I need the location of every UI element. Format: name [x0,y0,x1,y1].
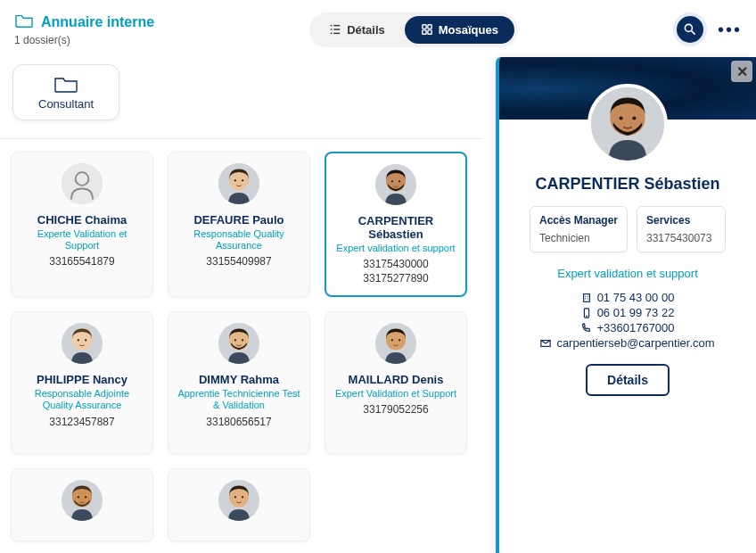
panel-role: Expert validation et support [512,267,744,280]
card-phone: 33175277890 [363,272,428,285]
card-role: Responsable Quality Assurance [176,228,302,252]
search-button[interactable] [673,12,707,46]
svg-line-11 [692,31,695,35]
svg-point-37 [85,496,86,498]
avatar [62,163,103,204]
card-phone: 33123457887 [49,416,114,428]
svg-rect-6 [423,25,426,29]
view-mosaic-label: Mosaïques [439,23,498,37]
card-name: DEFAURE Paulo [193,213,284,227]
card-role: Responsable Adjointe Quality Assurance [19,388,145,411]
svg-point-40 [234,496,236,498]
contact-phone-intl-value: +33601767000 [596,321,674,334]
card-phone: 33165541879 [49,255,114,268]
contact-phone-mobile[interactable]: 06 01 99 73 22 [512,306,744,319]
svg-point-29 [242,339,243,341]
filter-chip-consultant[interactable]: Consultant [12,64,119,120]
card-role: Experte Validation et Support [19,228,145,252]
more-options-button[interactable]: ••• [718,20,742,40]
info-box-services-label: Services [646,214,716,227]
svg-point-41 [242,496,243,498]
close-icon: ✕ [736,63,748,80]
building-icon [581,293,592,303]
person-card[interactable]: DEFAURE PauloResponsable Quality Assuran… [168,152,310,297]
card-name: CARPENTIER Sébastien [333,214,458,241]
svg-rect-12 [62,163,103,204]
card-role: Expert validation et support [336,243,455,254]
topbar: Annuaire interne 1 dossier(s) Détails Mo… [0,0,756,50]
svg-point-16 [234,179,236,181]
avatar [62,323,103,364]
svg-point-20 [391,180,393,182]
svg-point-21 [399,180,400,182]
svg-rect-46 [583,293,589,301]
body-area: Consultant CHICHE ChaimaExperte Validati… [0,50,756,553]
panel-avatar [588,84,668,164]
divider [0,138,481,139]
person-card[interactable]: CARPENTIER SébastienExpert validation et… [325,152,467,297]
avatar [218,163,259,204]
card-phone: 33155409987 [206,255,271,268]
person-card[interactable]: MAILLARD DenisExpert Validation et Suppo… [325,311,467,454]
person-card[interactable] [11,468,153,541]
mail-icon [540,338,551,349]
person-card[interactable]: CHICHE ChaimaExperte Validation et Suppo… [11,152,153,297]
mobile-icon [581,308,592,318]
svg-point-36 [78,496,79,498]
svg-point-24 [78,339,79,341]
person-card[interactable]: DIMMY RahmaApprentie Technicienne Test &… [168,311,310,454]
svg-point-33 [399,339,400,341]
panel-header: ✕ [499,57,756,120]
page-title-row: Annuaire interne [14,12,154,32]
avatar [375,164,416,205]
card-role: Apprentie Technicienne Test & Validation [176,388,302,411]
person-card[interactable]: PHILIPPE NancyResponsable Adjointe Quali… [11,311,153,454]
card-name: MAILLARD Denis [349,373,444,386]
svg-point-44 [620,116,623,120]
info-box-access: Accès Manager Technicien [530,206,628,252]
info-box-access-value: Technicien [539,232,618,244]
info-box-services: Services 33175430073 [637,206,726,252]
contact-email[interactable]: carpentierseb@carpentier.com [512,336,744,350]
avatar [218,480,259,521]
page-title: Annuaire interne [41,14,154,30]
main-column[interactable]: Consultant CHICHE ChaimaExperte Validati… [0,50,481,553]
info-boxes: Accès Manager Technicien Services 331754… [512,206,744,252]
svg-point-45 [632,116,636,120]
contact-phone-mobile-value: 06 01 99 73 22 [597,306,675,319]
detail-panel: ✕ CARPENTIER Sébastien Accès Manager Tec… [496,57,756,553]
contact-phone-intl[interactable]: +33601767000 [512,321,744,334]
avatar [62,480,103,521]
panel-details-button[interactable]: Détails [586,364,670,396]
topbar-right: ••• [673,12,742,46]
contact-phone-office[interactable]: 01 75 43 00 00 [512,291,744,304]
info-box-access-label: Accès Manager [539,214,618,227]
card-name: CHICHE Chaima [37,213,127,227]
avatar [218,323,259,364]
svg-point-25 [85,339,86,341]
avatar [375,323,416,364]
topbar-left: Annuaire interne 1 dossier(s) [14,12,154,46]
panel-name: CARPENTIER Sébastien [512,175,744,194]
view-details-toggle[interactable]: Détails [313,16,401,44]
svg-point-10 [685,24,692,31]
card-phone: 33179052256 [363,403,428,416]
view-mosaic-toggle[interactable]: Mosaïques [405,16,514,44]
panel-close-button[interactable]: ✕ [731,61,752,82]
card-name: DIMMY Rahma [199,373,279,386]
folder-icon [14,12,34,32]
card-name: PHILIPPE Nancy [37,373,127,386]
card-phone: 33180656517 [206,416,271,428]
info-box-services-value: 33175430073 [646,232,716,244]
svg-point-17 [242,179,243,181]
person-card[interactable] [168,468,310,541]
svg-rect-9 [428,30,431,34]
filter-chip-label: Consultant [38,97,94,111]
phone-icon [580,323,591,334]
contact-phone-office-value: 01 75 43 00 00 [597,291,675,304]
folder-count: 1 dossier(s) [14,34,154,46]
svg-rect-8 [423,30,426,34]
view-toggle-group: Détails Mosaïques [309,12,518,47]
card-role: Expert Validation et Support [335,388,456,400]
svg-point-32 [391,339,393,341]
